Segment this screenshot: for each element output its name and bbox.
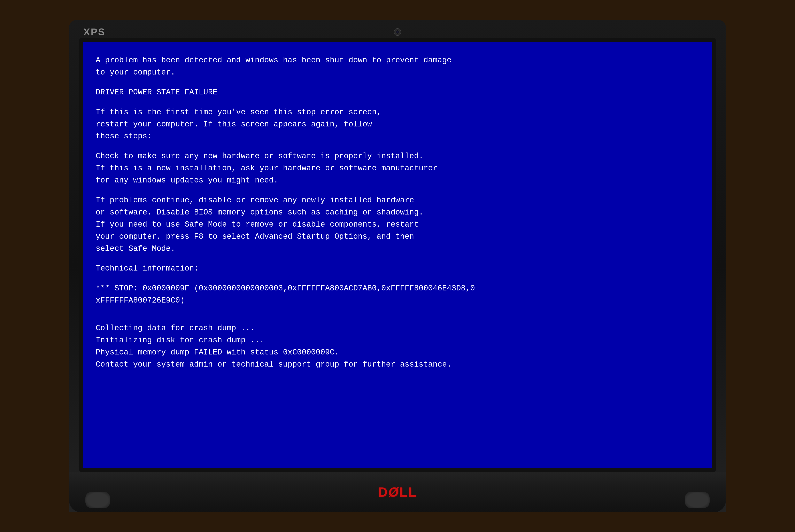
- dell-logo: DØLL: [378, 484, 417, 500]
- bsod-line-19: Technical information:: [96, 263, 699, 274]
- bsod-line-8: [96, 142, 699, 150]
- bsod-line-1: to your computer.: [96, 66, 699, 79]
- bsod-line-21: *** STOP: 0x0000009F (0x0000000000000003…: [96, 282, 699, 294]
- laptop-top-bar: XPS: [75, 26, 720, 38]
- bsod-line-2: [96, 79, 699, 87]
- bsod-line-25: Collecting data for crash dump ...: [96, 322, 699, 334]
- bsod-line-23: [96, 307, 699, 315]
- bsod-line-24: [96, 315, 699, 322]
- bsod-line-11: for any windows updates you might need.: [96, 174, 699, 187]
- laptop-bottom: DØLL: [69, 472, 726, 512]
- bsod-line-9: Check to make sure any new hardware or s…: [96, 150, 699, 163]
- bsod-line-10: If this is a new installation, ask your …: [96, 163, 699, 174]
- bsod-line-7: these steps:: [96, 130, 699, 142]
- bsod-line-28: Contact your system admin or technical s…: [96, 359, 699, 371]
- bsod-line-0: A problem has been detected and windows …: [96, 54, 699, 66]
- bsod-line-14: or software. Disable BIOS memory options…: [96, 207, 699, 218]
- bsod-line-15: If you need to use Safe Mode to remove o…: [96, 218, 699, 231]
- bsod-line-4: [96, 98, 699, 106]
- screen-bezel: A problem has been detected and windows …: [79, 38, 716, 472]
- bsod-screen: A problem has been detected and windows …: [83, 42, 712, 468]
- hinge-right: [685, 492, 709, 508]
- hinge-left: [86, 492, 110, 508]
- webcam: [394, 28, 401, 36]
- bsod-line-12: [96, 187, 699, 194]
- bsod-line-5: If this is the first time you've seen th…: [96, 106, 699, 118]
- bsod-line-18: [96, 255, 699, 263]
- bsod-line-6: restart your computer. If this screen ap…: [96, 118, 699, 131]
- bsod-line-16: your computer, press F8 to select Advanc…: [96, 231, 699, 243]
- bsod-line-3: DRIVER_POWER_STATE_FAILURE: [96, 87, 699, 98]
- bsod-line-17: select Safe Mode.: [96, 243, 699, 255]
- bsod-line-13: If problems continue, disable or remove …: [96, 194, 699, 207]
- bsod-line-22: xFFFFFFA800726E9C0): [96, 294, 699, 307]
- xps-brand-label: XPS: [83, 26, 106, 38]
- bsod-line-20: [96, 274, 699, 282]
- bsod-line-26: Initializing disk for crash dump ...: [96, 334, 699, 346]
- bsod-line-27: Physical memory dump FAILED with status …: [96, 346, 699, 359]
- bsod-content: A problem has been detected and windows …: [96, 54, 699, 371]
- laptop-body: XPS A problem has been detected and wind…: [69, 20, 726, 512]
